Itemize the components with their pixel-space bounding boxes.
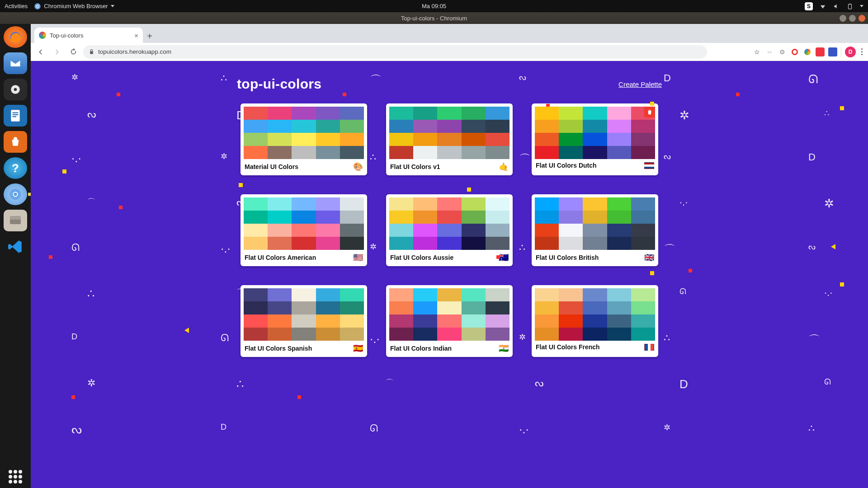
color-swatch — [413, 146, 437, 159]
dock-chromium[interactable] — [4, 183, 27, 205]
browser-menu-button[interactable] — [859, 47, 864, 57]
color-swatch — [462, 314, 486, 328]
new-tab-button[interactable]: + — [143, 29, 156, 43]
profile-avatar[interactable]: D — [845, 47, 856, 57]
dock-vscode[interactable] — [4, 236, 27, 258]
dock-rhythmbox[interactable] — [4, 79, 27, 100]
color-swatch — [340, 120, 364, 133]
palette-card[interactable]: Material UI Colors🎨 — [241, 103, 367, 175]
color-swatch — [268, 328, 292, 341]
svg-rect-8 — [11, 110, 19, 122]
tab-close-button[interactable]: × — [134, 32, 138, 39]
color-swatch — [462, 328, 486, 341]
extension-icon[interactable]: ◦◦ — [765, 47, 774, 56]
color-swatch — [535, 237, 559, 250]
background-doodle: ∴ — [236, 377, 244, 391]
palette-card[interactable]: Flat UI Colors French — [532, 285, 658, 357]
palette-name: Flat UI Colors Aussie — [390, 254, 453, 261]
color-swatch — [462, 211, 486, 224]
color-swatch — [413, 211, 437, 224]
palette-flag-icon: 🇮🇳 — [499, 343, 509, 353]
palette-card[interactable]: Flat UI Colors Indian🇮🇳 — [386, 285, 513, 357]
color-swatch — [437, 120, 461, 133]
color-swatch — [292, 120, 316, 133]
color-swatch — [607, 211, 631, 224]
active-app-menu[interactable]: Chromium Web Browser — [34, 3, 114, 10]
color-swatch — [559, 120, 583, 133]
color-swatch — [486, 211, 509, 224]
dock-libreoffice-writer[interactable] — [4, 105, 27, 127]
extension-icon[interactable] — [790, 47, 799, 56]
color-swatch — [389, 224, 413, 237]
color-swatch — [583, 107, 607, 120]
dock-files[interactable] — [4, 210, 27, 231]
extension-icon[interactable] — [816, 47, 825, 56]
palette-card[interactable]: Flat UI Colors Dutch — [532, 103, 658, 175]
color-swatch — [486, 328, 509, 341]
color-swatch — [268, 288, 292, 301]
dock-firefox[interactable] — [4, 26, 27, 48]
palette-card[interactable]: Flat UI Colors Spanish🇪🇸 — [241, 285, 367, 357]
window-minimize-button[interactable] — [840, 15, 846, 22]
back-button[interactable] — [34, 46, 47, 58]
extension-settings-icon[interactable]: ⚙ — [778, 47, 787, 56]
color-swatch — [486, 314, 509, 328]
bookmark-star-icon[interactable]: ☆ — [752, 47, 761, 56]
palette-swatches — [535, 197, 655, 250]
palette-card[interactable]: Flat UI Colors British🇬🇧 — [532, 194, 658, 266]
color-swatch — [559, 224, 583, 237]
clock[interactable]: Ma 09:05 — [422, 3, 446, 9]
skype-indicator-icon[interactable]: S — [805, 2, 813, 10]
background-doodle: ·.· — [519, 422, 529, 436]
extension-icon[interactable] — [803, 47, 812, 56]
background-doodle: D — [664, 72, 671, 84]
color-swatch — [340, 211, 364, 224]
activities-button[interactable]: Activities — [5, 3, 28, 9]
gnome-top-bar: Activities Chromium Web Browser Ma 09:05… — [0, 0, 868, 12]
background-doodle: ∴ — [87, 287, 95, 301]
color-swatch — [340, 146, 364, 159]
background-doodle: ✲ — [71, 72, 78, 82]
color-swatch — [292, 237, 316, 250]
create-palette-link[interactable]: Create Palette — [618, 80, 662, 88]
palette-flag-icon: 🇺🇸 — [353, 253, 363, 263]
color-swatch — [462, 237, 486, 250]
delete-palette-button[interactable] — [644, 107, 655, 117]
window-maximize-button[interactable] — [849, 15, 856, 22]
color-swatch — [631, 288, 655, 301]
color-swatch — [268, 314, 292, 328]
system-tray[interactable]: S — [805, 2, 863, 10]
dock-thunderbird[interactable] — [4, 52, 27, 74]
background-doodle: D — [221, 422, 226, 432]
reload-button[interactable] — [67, 46, 80, 58]
color-swatch — [462, 133, 486, 146]
color-swatch — [389, 120, 413, 133]
address-bar[interactable]: topuicolors.herokuapp.com — [83, 45, 707, 59]
color-swatch — [535, 133, 559, 146]
palette-card[interactable]: Flat UI Colors v1🤙 — [386, 103, 513, 175]
window-close-button[interactable] — [859, 15, 865, 22]
background-doodle: ✲ — [87, 377, 95, 389]
color-swatch — [268, 146, 292, 159]
color-swatch — [316, 197, 340, 211]
palette-name: Flat UI Colors American — [245, 254, 316, 261]
color-swatch — [244, 107, 268, 120]
color-swatch — [559, 211, 583, 224]
background-doodle: ∴ — [808, 422, 815, 434]
color-swatch — [437, 224, 461, 237]
color-swatch — [340, 288, 364, 301]
palette-card[interactable]: Flat UI Colors Aussie🇦🇺 — [386, 194, 513, 266]
dock-software[interactable] — [4, 131, 27, 153]
background-doodle: ·.· — [824, 287, 832, 299]
palette-name: Flat UI Colors French — [536, 343, 600, 351]
color-swatch — [340, 328, 364, 341]
tab-active[interactable]: Top-ui-colors × — [34, 28, 143, 43]
palette-card[interactable]: Flat UI Colors American🇺🇸 — [241, 194, 367, 266]
dock-help[interactable]: ? — [4, 157, 27, 179]
forward-button[interactable] — [51, 46, 63, 58]
background-doodle: ᘏ — [824, 377, 831, 387]
extension-icon[interactable] — [828, 47, 837, 56]
color-swatch — [268, 301, 292, 314]
color-swatch — [316, 107, 340, 120]
show-applications-button[interactable] — [0, 470, 31, 483]
